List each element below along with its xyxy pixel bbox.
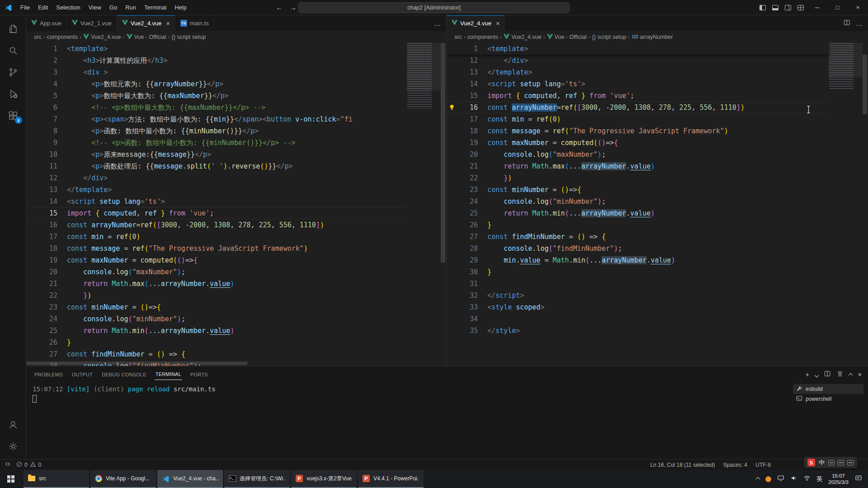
keyboard-icon[interactable] bbox=[838, 460, 844, 465]
toggle-secondary-sidebar-icon[interactable] bbox=[782, 4, 794, 11]
breadcrumb-item[interactable]: arrayNumber bbox=[632, 33, 673, 41]
panel-tab-ports[interactable]: PORTS bbox=[189, 369, 209, 380]
close-icon[interactable]: × bbox=[496, 20, 500, 27]
menu-run[interactable]: Run bbox=[121, 0, 140, 15]
close-icon[interactable]: × bbox=[166, 20, 170, 27]
vertical-scrollbar[interactable] bbox=[440, 43, 446, 366]
taskbar-button[interactable]: PV4.4.1 - PowerPoi... bbox=[358, 470, 424, 488]
ellipsis-icon[interactable]: … bbox=[434, 19, 441, 27]
gutter-glyph bbox=[447, 219, 458, 231]
taskbar-button[interactable]: Vite App - Googl... bbox=[90, 470, 156, 488]
run-debug-icon[interactable] bbox=[0, 83, 26, 105]
forward-icon[interactable]: → bbox=[290, 4, 297, 11]
horizontal-scrollbar[interactable] bbox=[26, 361, 407, 366]
breadcrumb-item[interactable]: components bbox=[467, 34, 498, 40]
code-token bbox=[487, 150, 504, 159]
code-token: arrayNumber bbox=[512, 103, 557, 112]
menu-go[interactable]: Go bbox=[105, 0, 121, 15]
menu-selection[interactable]: Selection bbox=[52, 0, 84, 15]
taskbar-button[interactable]: Vue2_4.vue - cha... bbox=[157, 470, 223, 488]
close-icon[interactable]: × bbox=[858, 371, 862, 378]
toggle-panel-icon[interactable] bbox=[769, 4, 782, 11]
command-center-search[interactable]: chap2 [Administrator] bbox=[298, 2, 570, 13]
remote-indicator[interactable] bbox=[5, 461, 11, 469]
menu-view[interactable]: View bbox=[85, 0, 105, 15]
indentation[interactable]: Spaces: 4 bbox=[723, 462, 747, 468]
display-icon[interactable] bbox=[777, 474, 784, 483]
vertical-scrollbar[interactable] bbox=[862, 43, 868, 366]
breadcrumb-item[interactable]: Vue - Official bbox=[127, 34, 166, 41]
minimize-button[interactable]: ─ bbox=[807, 0, 827, 15]
emoji-icon[interactable] bbox=[828, 460, 835, 465]
ime-mode-toggle[interactable]: 中 bbox=[819, 459, 825, 467]
breadcrumb-item[interactable]: {} script setup bbox=[172, 34, 206, 40]
split-icon[interactable] bbox=[824, 371, 831, 378]
settings-gear-icon[interactable] bbox=[0, 436, 26, 457]
terminal-instance-esbuild[interactable]: esbuild bbox=[793, 384, 863, 394]
breadcrumb-item[interactable]: components bbox=[47, 34, 78, 40]
search-icon[interactable] bbox=[0, 40, 26, 61]
lightbulb-icon[interactable] bbox=[448, 104, 455, 113]
minimap[interactable] bbox=[407, 43, 440, 109]
ellipsis-icon[interactable]: … bbox=[856, 19, 863, 27]
close-button[interactable]: × bbox=[848, 0, 868, 15]
panel-tab-terminal[interactable]: TERMINAL bbox=[155, 369, 182, 380]
code-line: 15import { computed, ref } from 'vue'; bbox=[26, 207, 407, 219]
taskbar-button[interactable]: >_选择管理员: C:\Wi... bbox=[224, 470, 290, 488]
code-editor[interactable]: 1<template> 12 </div>13</template>14<scr… bbox=[447, 43, 868, 366]
breadcrumb-item[interactable]: Vue2_4.vue bbox=[504, 34, 541, 41]
toolbox-icon[interactable] bbox=[847, 460, 854, 465]
menu-terminal[interactable]: Terminal bbox=[140, 0, 170, 15]
breadcrumb-item[interactable]: src bbox=[34, 34, 42, 40]
trash-icon[interactable] bbox=[837, 371, 843, 378]
chevron-down-icon[interactable] bbox=[815, 371, 818, 378]
breadcrumb-item[interactable]: Vue2_4.vue bbox=[83, 34, 121, 41]
tab-Vue2_4.vue[interactable]: Vue2_4.vue× bbox=[117, 15, 175, 31]
taskbar-button[interactable]: Pvuejs3.x-第2章Vue... bbox=[291, 470, 357, 488]
panel-tab-debug-console[interactable]: DEBUG CONSOLE bbox=[101, 369, 147, 380]
plus-icon[interactable]: + bbox=[806, 371, 809, 378]
tab-Vue2_4.vue[interactable]: Vue2_4.vue× bbox=[447, 15, 505, 31]
start-button[interactable] bbox=[0, 470, 22, 488]
menu-edit[interactable]: Edit bbox=[34, 0, 52, 15]
maximize-button[interactable]: □ bbox=[827, 0, 848, 15]
breadcrumb-item[interactable]: Vue - Official bbox=[547, 34, 587, 41]
account-icon[interactable] bbox=[0, 414, 26, 436]
tab-main.ts[interactable]: TSmain.ts bbox=[175, 15, 214, 31]
back-icon[interactable]: ← bbox=[276, 4, 283, 11]
customize-layout-icon[interactable] bbox=[794, 4, 807, 11]
chevron-up-icon[interactable] bbox=[849, 371, 852, 378]
input-language-indicator[interactable]: 英 bbox=[816, 475, 822, 483]
extensions-icon[interactable]: 3 bbox=[0, 105, 26, 127]
terminal-instance-powershell[interactable]: powershell bbox=[793, 394, 863, 404]
minimap[interactable] bbox=[829, 43, 862, 90]
sogou-logo-icon[interactable]: S bbox=[807, 459, 815, 466]
tray-app-icon[interactable] bbox=[765, 476, 771, 482]
problems-status[interactable]: 0 0 bbox=[16, 461, 41, 469]
breadcrumb-item[interactable]: {} script setup bbox=[592, 34, 627, 40]
hidden-icons-chevron-icon[interactable] bbox=[756, 477, 760, 481]
menu-file[interactable]: File bbox=[16, 0, 34, 15]
tab-Vue2_1.vue[interactable]: Vue2_1.vue bbox=[67, 15, 117, 31]
encoding[interactable]: UTF-8 bbox=[755, 462, 771, 468]
panel-tab-output[interactable]: OUTPUT bbox=[71, 369, 94, 380]
cursor-position[interactable]: Ln 16, Col 18 (11 selected) bbox=[650, 462, 715, 468]
tab-App.vue[interactable]: App.vue bbox=[26, 15, 67, 31]
volume-icon[interactable] bbox=[790, 474, 797, 483]
code-editor[interactable]: 1<template>2 <h3>计算属性的应用</h3>3 <div >4 <… bbox=[26, 43, 446, 366]
breadcrumb-label: components bbox=[467, 34, 498, 40]
source-control-icon[interactable] bbox=[0, 61, 26, 83]
notification-center-icon[interactable] bbox=[854, 474, 863, 483]
system-clock[interactable]: 15:07 2025/3/3 bbox=[828, 473, 849, 485]
chevron-right-icon: › bbox=[123, 34, 124, 40]
panel-tab-problems[interactable]: PROBLEMS bbox=[33, 369, 64, 380]
terminal-output[interactable]: 15:07:12 [vite] (client) page reload src… bbox=[26, 382, 791, 459]
split-icon[interactable] bbox=[844, 19, 850, 27]
network-icon[interactable] bbox=[803, 474, 811, 483]
toggle-sidebar-icon[interactable] bbox=[756, 4, 769, 11]
menu-help[interactable]: Help bbox=[170, 0, 191, 15]
breadcrumb-item[interactable]: src bbox=[454, 34, 462, 40]
taskbar-button[interactable]: src bbox=[24, 470, 89, 488]
explorer-icon[interactable] bbox=[0, 18, 26, 40]
gutter-glyph bbox=[447, 325, 458, 337]
